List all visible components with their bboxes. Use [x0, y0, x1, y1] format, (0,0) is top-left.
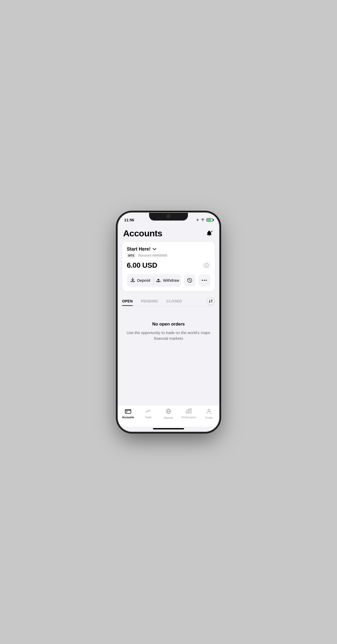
svg-rect-7 [126, 411, 128, 412]
phone-frame: 11:56 ✈ Accounts [118, 213, 219, 431]
empty-title: No open orders [123, 322, 214, 327]
deposit-label: Deposit [137, 278, 150, 282]
svg-rect-10 [186, 411, 187, 413]
history-button[interactable] [184, 274, 196, 286]
airplane-icon: ✈ [196, 218, 199, 222]
svg-point-4 [204, 280, 205, 281]
home-indicator [153, 428, 184, 429]
withdraw-icon [156, 278, 161, 283]
balance-row: 6.00 USD i [127, 261, 210, 270]
action-buttons: Deposit Withdraw [127, 274, 210, 287]
notification-badge [211, 230, 213, 232]
status-icons: ✈ [196, 218, 213, 222]
nav-item-trade[interactable]: Trade [138, 407, 158, 420]
info-button[interactable]: i [203, 262, 210, 269]
header: Accounts [118, 226, 219, 242]
mt5-badge: MT5 [127, 253, 136, 258]
withdraw-label: Withdraw [163, 278, 179, 282]
svg-text:i: i [206, 264, 207, 267]
status-time: 11:56 [124, 218, 134, 222]
markets-icon [166, 408, 171, 416]
balance-amount: 6.00 USD [127, 261, 157, 270]
account-number: Standard #8888888 [138, 253, 167, 257]
deposit-withdraw-group: Deposit Withdraw [127, 274, 181, 287]
bottom-nav: Accounts Trade [118, 405, 219, 427]
screen: 11:56 ✈ Accounts [118, 213, 219, 431]
deposit-icon [130, 278, 135, 283]
nav-label-profile: Profile [205, 416, 213, 419]
notch [149, 213, 188, 221]
svg-rect-11 [188, 410, 189, 413]
accounts-icon [125, 408, 131, 415]
svg-point-13 [208, 409, 210, 411]
tab-closed[interactable]: CLOSED [162, 296, 186, 306]
empty-subtitle: Use the opportunity to trade on the worl… [123, 330, 214, 342]
svg-rect-8 [126, 412, 127, 413]
nav-item-performance[interactable]: Performance [179, 407, 199, 420]
svg-rect-12 [190, 409, 191, 413]
more-button[interactable] [198, 274, 210, 286]
nav-item-accounts[interactable]: Accounts [118, 407, 138, 420]
notification-button[interactable] [205, 229, 214, 239]
nav-label-markets: Markets [164, 416, 173, 419]
tabs-list: OPEN PENDING CLOSED [122, 296, 186, 306]
nav-label-accounts: Accounts [122, 416, 134, 419]
profile-icon [206, 408, 212, 416]
wifi-icon [201, 218, 205, 222]
tab-open[interactable]: OPEN [122, 296, 137, 306]
empty-state: No open orders Use the opportunity to tr… [118, 306, 219, 352]
nav-item-markets[interactable]: Markets [158, 407, 179, 420]
account-selector[interactable]: Start Here! [127, 246, 210, 252]
main-content: Accounts Start Here! [118, 224, 219, 405]
svg-point-5 [206, 280, 207, 281]
withdraw-button[interactable]: Withdraw [154, 274, 181, 287]
sort-button[interactable] [207, 297, 215, 305]
account-meta: MT5 Standard #8888888 [127, 253, 210, 258]
nav-item-profile[interactable]: Profile [199, 407, 219, 420]
tab-pending[interactable]: PENDING [137, 296, 162, 306]
svg-point-3 [202, 280, 203, 281]
page-title: Accounts [123, 228, 162, 238]
chevron-down-icon [153, 247, 156, 251]
trade-icon [145, 408, 151, 415]
tabs-section: OPEN PENDING CLOSED [118, 296, 219, 306]
nav-label-performance: Performance [181, 416, 196, 419]
nav-label-trade: Trade [145, 416, 152, 419]
deposit-button[interactable]: Deposit [127, 274, 154, 287]
tabs-header: OPEN PENDING CLOSED [122, 296, 215, 306]
account-card: Start Here! MT5 Standard #8888888 6.00 U… [122, 242, 215, 291]
battery-icon [206, 218, 213, 222]
performance-icon [186, 408, 192, 415]
account-name: Start Here! [127, 246, 151, 252]
